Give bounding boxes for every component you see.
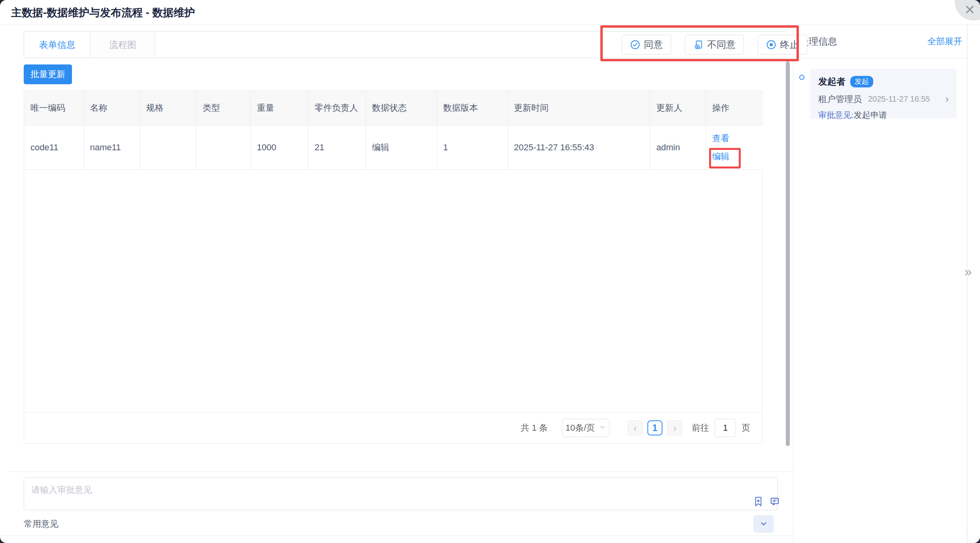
reject-button[interactable]: 不同意 bbox=[685, 35, 744, 55]
approval-actions: 同意 不同意 终止 bbox=[622, 35, 807, 55]
node-user: 租户管理员 bbox=[818, 93, 862, 105]
expand-all-link[interactable]: 全部展开 bbox=[927, 36, 962, 47]
approval-dialog: 主数据-数据维护与发布流程 - 数据维护 × 表单信息 流程图 同意 bbox=[0, 0, 980, 543]
comment-tools bbox=[753, 496, 780, 509]
prev-page-button[interactable]: ‹ bbox=[628, 420, 643, 435]
comment-bubble-icon[interactable] bbox=[770, 496, 780, 509]
common-opinions-label: 常用意见 bbox=[24, 518, 59, 530]
table-empty-area bbox=[24, 170, 762, 412]
cell-type bbox=[196, 125, 250, 169]
view-link[interactable]: 查看 bbox=[712, 132, 757, 144]
approval-comment-box bbox=[24, 477, 778, 510]
chevron-left-icon: ‹ bbox=[634, 422, 637, 434]
pagination: 共 1 条 10条/页 ‹ 1 › 前往 页 bbox=[24, 412, 762, 443]
cell-spec bbox=[140, 125, 196, 169]
terminate-button[interactable]: 终止 bbox=[758, 35, 807, 55]
col-updated: 更新时间 bbox=[507, 91, 650, 125]
col-owner: 零件负责人 bbox=[308, 91, 365, 125]
col-status: 数据状态 bbox=[365, 91, 437, 125]
chevron-down-icon bbox=[599, 423, 606, 433]
timeline-dot-icon bbox=[799, 75, 804, 80]
col-type: 类型 bbox=[196, 91, 250, 125]
edit-link[interactable]: 编辑 bbox=[712, 151, 757, 163]
approval-comment-input[interactable] bbox=[24, 478, 777, 510]
table-header: 唯一编码 名称 规格 类型 重量 零件负责人 数据状态 数据版本 更新时间 更新… bbox=[24, 91, 763, 125]
process-info-header: 处理信息 全部展开 bbox=[793, 25, 967, 58]
node-name: 发起者 bbox=[818, 76, 846, 88]
col-updater: 更新人 bbox=[650, 91, 706, 125]
current-page[interactable]: 1 bbox=[647, 420, 662, 435]
col-code: 唯一编码 bbox=[24, 91, 83, 125]
chevron-down-icon bbox=[759, 519, 768, 529]
cell-name: name11 bbox=[83, 125, 140, 169]
node-status-badge: 发起 bbox=[850, 76, 873, 87]
stop-circle-icon bbox=[766, 40, 776, 50]
document-x-icon bbox=[693, 40, 704, 50]
goto-page-input[interactable] bbox=[715, 419, 736, 437]
process-info-panel: 处理信息 全部展开 发起者 发起 租户管理员 2025-11-27 16:55 … bbox=[793, 25, 967, 543]
page-size-select[interactable]: 10条/页 bbox=[562, 419, 609, 437]
tab-flow-chart[interactable]: 流程图 bbox=[90, 32, 155, 58]
close-button[interactable]: × bbox=[955, 0, 980, 21]
cell-operate: 查看 编辑 bbox=[706, 125, 763, 169]
cell-version: 1 bbox=[437, 125, 507, 169]
bookmark-star-icon[interactable] bbox=[753, 496, 763, 509]
opinion-text: 发起申请 bbox=[854, 110, 887, 119]
page-unit-label: 页 bbox=[742, 422, 750, 434]
vertical-scrollbar[interactable] bbox=[786, 61, 790, 446]
chevron-right-icon[interactable]: › bbox=[945, 93, 949, 105]
col-name: 名称 bbox=[83, 91, 140, 125]
cell-updated: 2025-11-27 16:55:43 bbox=[507, 125, 650, 169]
table-row: code11 name11 1000 21 编辑 1 2025-11-27 16… bbox=[24, 125, 763, 169]
approve-button[interactable]: 同意 bbox=[622, 35, 671, 55]
col-operate: 操作 bbox=[706, 91, 763, 125]
col-version: 数据版本 bbox=[437, 91, 507, 125]
data-table: 唯一编码 名称 规格 类型 重量 零件负责人 数据状态 数据版本 更新时间 更新… bbox=[24, 90, 762, 444]
chevron-right-icon: › bbox=[673, 422, 677, 434]
initiator-card[interactable]: 发起者 发起 租户管理员 2025-11-27 16:55 › 审批意见:发起申… bbox=[810, 69, 957, 119]
batch-update-button[interactable]: 批量更新 bbox=[24, 64, 72, 84]
page-title: 主数据-数据维护与发布流程 - 数据维护 bbox=[11, 0, 195, 25]
node-timestamp: 2025-11-27 16:55 bbox=[868, 95, 930, 104]
collapse-panel-handle[interactable]: » bbox=[961, 263, 975, 279]
cell-owner: 21 bbox=[308, 125, 365, 169]
pagination-total: 共 1 条 bbox=[521, 422, 548, 434]
comment-section-divider bbox=[9, 471, 793, 472]
next-page-button[interactable]: › bbox=[667, 420, 682, 435]
check-circle-icon bbox=[630, 40, 640, 50]
goto-label: 前往 bbox=[692, 422, 709, 434]
col-spec: 规格 bbox=[140, 91, 196, 125]
cell-weight: 1000 bbox=[250, 125, 308, 169]
cell-code: code11 bbox=[24, 125, 83, 169]
tab-form-info[interactable]: 表单信息 bbox=[24, 32, 90, 58]
opinion-label: 审批意见 bbox=[818, 110, 851, 119]
cell-status: 编辑 bbox=[365, 125, 437, 169]
close-icon: × bbox=[965, 1, 975, 18]
cell-updater: admin bbox=[650, 125, 706, 169]
double-chevron-right-icon: » bbox=[965, 264, 972, 279]
col-weight: 重量 bbox=[250, 91, 308, 125]
common-opinions-toggle[interactable] bbox=[753, 515, 774, 533]
